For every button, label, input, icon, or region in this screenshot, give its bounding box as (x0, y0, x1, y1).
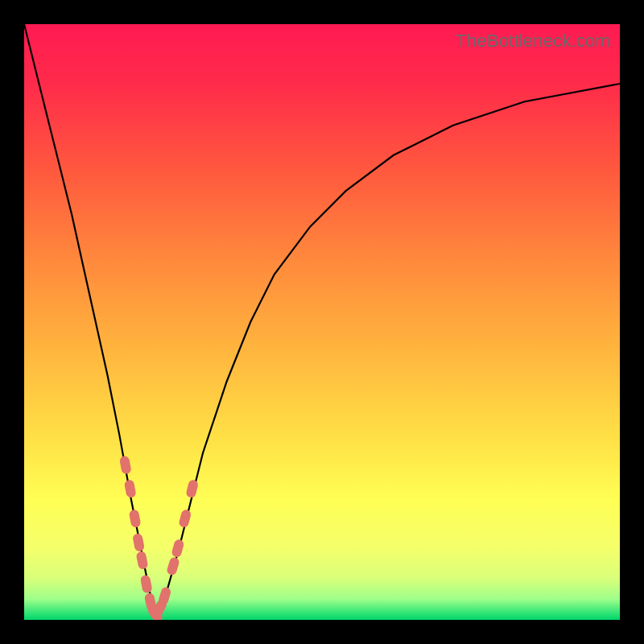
curve-marker (129, 509, 142, 528)
outer-frame: TheBottleneck.com (0, 0, 644, 644)
curve-marker (178, 509, 192, 528)
curve-marker (135, 551, 148, 570)
curve-marker (124, 479, 137, 498)
attribution-text: TheBottleneck.com (456, 31, 610, 52)
curve-marker (185, 479, 199, 498)
curve-marker (140, 575, 153, 594)
plot-area: TheBottleneck.com (24, 24, 620, 620)
curve-marker (119, 456, 132, 475)
bottleneck-curve (24, 24, 620, 620)
curve-marker (166, 556, 180, 576)
curve-marker (132, 533, 145, 552)
curve-marker (171, 539, 184, 558)
